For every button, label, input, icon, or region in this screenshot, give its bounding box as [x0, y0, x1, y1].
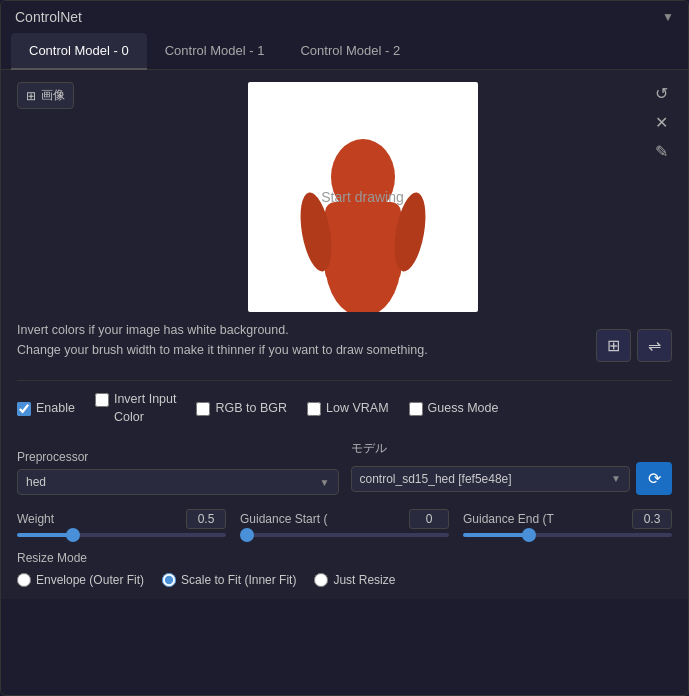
checkbox-rgb-bgr[interactable]: RGB to BGR	[196, 400, 287, 418]
radio-envelope[interactable]: Envelope (Outer Fit)	[17, 573, 144, 587]
hint-actions: ⊞ ⇌	[596, 329, 672, 362]
checkbox-invert[interactable]: Invert InputColor	[95, 391, 177, 426]
envelope-radio[interactable]	[17, 573, 31, 587]
controlnet-panel: ControlNet ▼ Control Model - 0 Control M…	[0, 0, 689, 696]
fields-row: Preprocessor hed ▼ モデル control_sd15_hed …	[17, 440, 672, 495]
close-icon: ✕	[655, 113, 668, 132]
invert-checkbox[interactable]	[95, 393, 109, 407]
scale-to-fit-radio[interactable]	[162, 573, 176, 587]
guidance-start-slider-group: Guidance Start ( 0	[240, 509, 449, 537]
preview-button[interactable]: ⊞	[596, 329, 631, 362]
image-controls: ↺ ✕ ✎	[651, 82, 672, 163]
checkbox-guess-mode[interactable]: Guess Mode	[409, 400, 499, 418]
guidance-start-value[interactable]: 0	[409, 509, 449, 529]
weight-value[interactable]: 0.5	[186, 509, 226, 529]
preprocessor-select[interactable]: hed ▼	[17, 469, 339, 495]
weight-slider[interactable]	[17, 533, 226, 537]
tabs-bar: Control Model - 0 Control Model - 1 Cont…	[1, 33, 688, 70]
preprocessor-dropdown-arrow: ▼	[320, 477, 330, 488]
checkbox-low-vram[interactable]: Low VRAM	[307, 400, 389, 418]
resize-mode-section: Resize Mode Envelope (Outer Fit) Scale t…	[17, 551, 672, 587]
radio-scale-to-fit[interactable]: Scale to Fit (Inner Fit)	[162, 573, 296, 587]
divider-1	[17, 380, 672, 381]
image-canvas[interactable]: Start drawing	[248, 82, 478, 312]
refresh-icon: ⟳	[648, 469, 661, 488]
preview-icon: ⊞	[607, 336, 620, 355]
close-image-button[interactable]: ✕	[651, 111, 672, 134]
reset-image-button[interactable]: ↺	[651, 82, 672, 105]
panel-collapse-arrow[interactable]: ▼	[662, 10, 674, 24]
edit-image-button[interactable]: ✎	[651, 140, 672, 163]
tab-model-1[interactable]: Control Model - 1	[147, 33, 283, 70]
guidance-start-slider[interactable]	[240, 533, 449, 537]
low-vram-checkbox[interactable]	[307, 402, 321, 416]
sliders-row: Weight 0.5 Guidance Start ( 0 Guidance E…	[17, 509, 672, 537]
guidance-end-value[interactable]: 0.3	[632, 509, 672, 529]
image-area-row: ⊞ 画像	[17, 82, 672, 312]
hint-row: Invert colors if your image has white ba…	[17, 320, 672, 370]
weight-slider-group: Weight 0.5	[17, 509, 226, 537]
tab-model-0[interactable]: Control Model - 0	[11, 33, 147, 70]
guidance-end-slider-group: Guidance End (T 0.3	[463, 509, 672, 537]
panel-header: ControlNet ▼	[1, 1, 688, 33]
resize-options: Envelope (Outer Fit) Scale to Fit (Inner…	[17, 573, 672, 587]
guidance-end-slider[interactable]	[463, 533, 672, 537]
figure-svg	[248, 82, 478, 312]
image-upload-button[interactable]: ⊞ 画像	[17, 82, 74, 109]
model-dropdown-arrow: ▼	[611, 473, 621, 484]
enable-checkbox[interactable]	[17, 402, 31, 416]
radio-just-resize[interactable]: Just Resize	[314, 573, 395, 587]
edit-icon: ✎	[655, 142, 668, 161]
model-field: モデル control_sd15_hed [fef5e48e] ▼ ⟳	[351, 440, 673, 495]
image-canvas-container: Start drawing	[84, 82, 641, 312]
guess-mode-checkbox[interactable]	[409, 402, 423, 416]
checkboxes-row: Enable Invert InputColor RGB to BGR Low …	[17, 391, 672, 426]
tab-content: ⊞ 画像	[1, 70, 688, 599]
reset-icon: ↺	[655, 84, 668, 103]
preprocessor-field: Preprocessor hed ▼	[17, 450, 339, 495]
image-icon: ⊞	[26, 89, 36, 103]
hint-text: Invert colors if your image has white ba…	[17, 320, 428, 360]
rgb-bgr-checkbox[interactable]	[196, 402, 210, 416]
panel-title: ControlNet	[15, 9, 82, 25]
checkbox-enable[interactable]: Enable	[17, 400, 75, 418]
model-select[interactable]: control_sd15_hed [fef5e48e] ▼	[351, 466, 631, 492]
tab-model-2[interactable]: Control Model - 2	[282, 33, 418, 70]
resize-mode-label: Resize Mode	[17, 551, 672, 565]
svg-rect-5	[352, 200, 374, 218]
swap-button[interactable]: ⇌	[637, 329, 672, 362]
model-refresh-button[interactable]: ⟳	[636, 462, 672, 495]
swap-icon: ⇌	[648, 336, 661, 355]
just-resize-radio[interactable]	[314, 573, 328, 587]
